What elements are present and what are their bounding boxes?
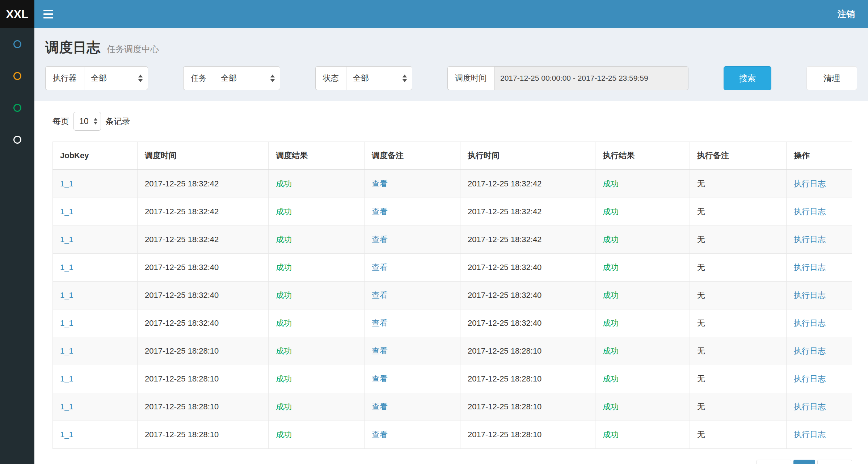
clear-button[interactable]: 清理 <box>806 66 857 90</box>
trigger-msg-link[interactable]: 查看 <box>372 402 388 411</box>
trigger-time: 2017-12-25 18:32:42 <box>145 235 219 244</box>
execution-log-link[interactable]: 执行日志 <box>794 207 826 216</box>
current-page-button[interactable]: 1 <box>793 460 815 464</box>
trigger-result: 成功 <box>276 374 292 383</box>
trigger-result: 成功 <box>276 179 292 188</box>
filter-row: 执行器 全部 任务 全部 状态 全部 <box>34 66 868 101</box>
status-filter: 状态 全部 <box>315 66 412 90</box>
sidebar-item-4[interactable] <box>0 124 34 156</box>
trigger-msg-link[interactable]: 查看 <box>372 346 388 355</box>
execution-log-link[interactable]: 执行日志 <box>794 346 826 355</box>
trigger-time: 2017-12-25 18:28:10 <box>145 374 219 383</box>
handle-time: 2017-12-25 18:28:10 <box>468 430 542 439</box>
page-subtitle: 任务调度中心 <box>107 44 159 54</box>
trigger-result: 成功 <box>276 263 292 272</box>
table-header-row: JobKey调度时间调度结果调度备注执行时间执行结果执行备注操作 <box>53 142 852 170</box>
content-header: 调度日志 任务调度中心 <box>34 28 868 66</box>
jobkey-link[interactable]: 1_1 <box>60 402 73 411</box>
execution-log-link[interactable]: 执行日志 <box>794 235 826 244</box>
top-navbar: XXL 注销 <box>0 0 868 28</box>
jobkey-link[interactable]: 1_1 <box>60 430 73 439</box>
next-page-button[interactable]: 下页 <box>817 460 852 464</box>
executor-select-value: 全部 <box>91 73 107 84</box>
select-stepper-icon <box>270 75 275 82</box>
execution-log-link[interactable]: 执行日志 <box>794 430 826 439</box>
pagination: 上页 1 下页 <box>757 460 852 464</box>
trigger-msg-link[interactable]: 查看 <box>372 207 388 216</box>
trigger-msg-link[interactable]: 查看 <box>372 263 388 272</box>
page-size-prefix-label: 每页 <box>52 116 69 127</box>
handle-result: 成功 <box>603 263 619 272</box>
handle-time: 2017-12-25 18:28:10 <box>468 346 542 355</box>
sidebar-item-1[interactable] <box>0 28 34 60</box>
executor-filter: 执行器 全部 <box>45 66 148 90</box>
navbar-content: 注销 <box>34 0 868 28</box>
trigger-time: 2017-12-25 18:28:10 <box>145 346 219 355</box>
trigger-msg-link[interactable]: 查看 <box>372 291 388 300</box>
jobkey-link[interactable]: 1_1 <box>60 263 73 272</box>
circle-icon <box>13 104 21 112</box>
dispatch-log-table: JobKey调度时间调度结果调度备注执行时间执行结果执行备注操作 1_12017… <box>52 142 852 449</box>
jobkey-link[interactable]: 1_1 <box>60 235 73 244</box>
executor-select[interactable]: 全部 <box>84 66 148 90</box>
trigger-msg-link[interactable]: 查看 <box>372 235 388 244</box>
circle-icon <box>13 40 21 48</box>
app-logo[interactable]: XXL <box>0 0 34 28</box>
jobkey-link[interactable]: 1_1 <box>60 207 73 216</box>
status-select-value: 全部 <box>353 73 369 84</box>
page-size-select[interactable]: 10 <box>73 112 101 131</box>
execution-log-link[interactable]: 执行日志 <box>794 263 826 272</box>
prev-page-button[interactable]: 上页 <box>757 460 791 464</box>
handle-msg: 无 <box>697 402 705 411</box>
jobkey-link[interactable]: 1_1 <box>60 319 73 328</box>
col-jobkey: JobKey <box>53 142 138 170</box>
handle-result: 成功 <box>603 402 619 411</box>
table-row: 1_12017-12-25 18:28:10成功查看2017-12-25 18:… <box>53 393 852 421</box>
job-select[interactable]: 全部 <box>214 66 280 90</box>
sidebar-item-2[interactable] <box>0 60 34 92</box>
select-stepper-icon <box>403 75 407 82</box>
jobkey-link[interactable]: 1_1 <box>60 179 73 188</box>
handle-msg: 无 <box>697 346 705 355</box>
jobkey-link[interactable]: 1_1 <box>60 374 73 383</box>
col-handle-time: 执行时间 <box>460 142 595 170</box>
trigger-msg-link[interactable]: 查看 <box>372 430 388 439</box>
logout-link[interactable]: 注销 <box>838 8 855 20</box>
trigger-msg-link[interactable]: 查看 <box>372 319 388 328</box>
execution-log-link[interactable]: 执行日志 <box>794 402 826 411</box>
sidebar-toggle-button[interactable] <box>34 0 62 28</box>
trigger-msg-link[interactable]: 查看 <box>372 179 388 188</box>
trigger-time: 2017-12-25 18:28:10 <box>145 430 219 439</box>
handle-time: 2017-12-25 18:32:40 <box>468 319 542 328</box>
execution-log-link[interactable]: 执行日志 <box>794 179 826 188</box>
execution-log-link[interactable]: 执行日志 <box>794 374 826 383</box>
handle-time: 2017-12-25 18:28:10 <box>468 402 542 411</box>
status-select[interactable]: 全部 <box>346 66 412 90</box>
execution-log-link[interactable]: 执行日志 <box>794 291 826 300</box>
job-select-value: 全部 <box>221 73 237 84</box>
trigger-msg-link[interactable]: 查看 <box>372 374 388 383</box>
table-footer: 第 1 页 ( 总共 1 页， 10 条记录 ) 上页 1 下页 <box>52 460 852 464</box>
execution-log-link[interactable]: 执行日志 <box>794 319 826 328</box>
trigger-result: 成功 <box>276 319 292 328</box>
col-trigger-time: 调度时间 <box>138 142 269 170</box>
table-row: 1_12017-12-25 18:32:40成功查看2017-12-25 18:… <box>53 254 852 282</box>
circle-icon <box>13 136 21 144</box>
sidebar <box>0 28 34 464</box>
search-button[interactable]: 搜索 <box>724 66 771 90</box>
handle-msg: 无 <box>697 263 705 272</box>
table-row: 1_12017-12-25 18:32:40成功查看2017-12-25 18:… <box>53 309 852 337</box>
trigger-result: 成功 <box>276 402 292 411</box>
page-size-control: 每页 10 条记录 <box>52 112 852 131</box>
handle-result: 成功 <box>603 430 619 439</box>
trigger-time-range-input[interactable] <box>494 66 688 90</box>
col-handle-result: 执行结果 <box>595 142 690 170</box>
job-filter-label: 任务 <box>183 66 214 90</box>
handle-msg: 无 <box>697 374 705 383</box>
jobkey-link[interactable]: 1_1 <box>60 346 73 355</box>
handle-time: 2017-12-25 18:32:42 <box>468 235 542 244</box>
handle-msg: 无 <box>697 319 705 328</box>
jobkey-link[interactable]: 1_1 <box>60 291 73 300</box>
trigger-time-filter: 调度时间 <box>447 66 688 90</box>
sidebar-item-3[interactable] <box>0 92 34 124</box>
